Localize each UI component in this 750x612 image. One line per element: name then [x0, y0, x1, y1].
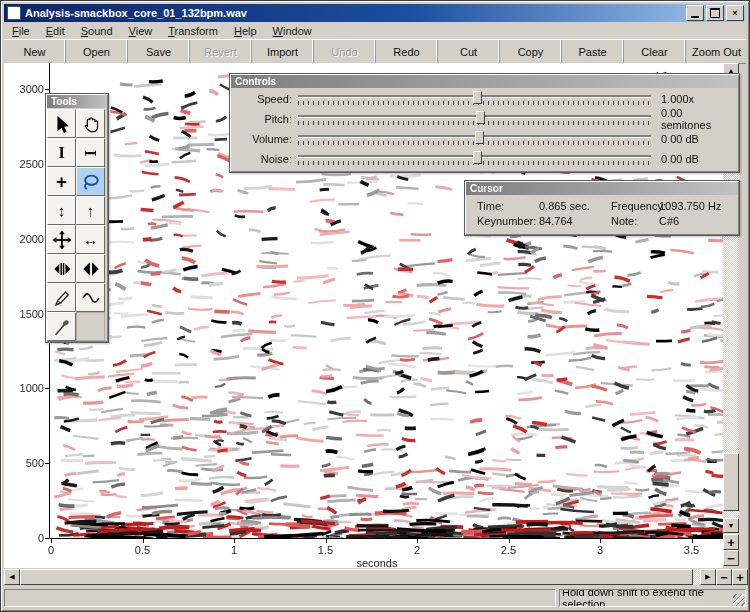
slider-row-noise: Noise:0.00 dB [234, 149, 735, 169]
slider-thumb[interactable] [475, 131, 484, 144]
move-tool[interactable] [47, 225, 76, 254]
toolbar: NewOpenSaveRevertImportUndoRedoCutCopyPa… [4, 39, 746, 64]
draw-tool-icon: + [56, 172, 67, 191]
minimize-button[interactable] [686, 5, 704, 21]
open-button[interactable]: Open [66, 40, 128, 63]
slider-thumb[interactable] [473, 151, 482, 164]
menu-sound[interactable]: Sound [73, 24, 121, 38]
cursor-palette: Cursor Time:0.865 sec.Frequency:1093.750… [464, 180, 740, 236]
slider-label: Volume: [234, 133, 298, 145]
slider-pitch[interactable] [298, 111, 651, 127]
scroll-left-button[interactable]: ◀ [4, 569, 20, 585]
slider-value: 0.00 dB [651, 153, 699, 165]
app-icon [7, 6, 21, 20]
cursor-field-label: Note: [611, 215, 659, 227]
copy-button[interactable]: Copy [500, 40, 562, 63]
app-window: Analysis-smackbox_core_01_132bpm.wav × F… [0, 0, 750, 612]
menu-edit[interactable]: Edit [38, 24, 73, 38]
x-tick-label: 0.5 [125, 544, 161, 556]
menu-help[interactable]: Help [226, 24, 265, 38]
close-button[interactable]: × [726, 5, 744, 21]
scroll-right-button[interactable]: ▶ [700, 569, 716, 585]
save-button[interactable]: Save [128, 40, 190, 63]
hand-tool[interactable] [76, 109, 105, 138]
slider-value: 0.00 dB [651, 133, 699, 145]
redo-button[interactable]: Redo [376, 40, 438, 63]
menu-transform[interactable]: Transform [160, 24, 226, 38]
slider-thumb[interactable] [476, 111, 485, 124]
move-icon [52, 230, 72, 250]
stretch-vertical-tool[interactable]: ↕ [47, 196, 76, 225]
scroll-down-button[interactable]: ▼ [723, 518, 739, 533]
slider-row-speed: Speed:1.000x [234, 89, 735, 109]
probe-tool[interactable] [47, 312, 76, 341]
controls-palette-title[interactable]: Controls [231, 75, 738, 88]
close-icon: × [732, 8, 737, 18]
horizontal-scroll-track[interactable] [20, 569, 700, 585]
vertical-zoom-out-button[interactable]: − [723, 550, 739, 566]
slider-label: Noise: [234, 153, 298, 165]
slider-track[interactable] [298, 115, 651, 118]
horizontal-scrollbar[interactable]: ◀ ▶ − + [4, 569, 748, 585]
slider-thumb[interactable] [473, 91, 482, 104]
horizontal-scroll-thumb[interactable] [20, 569, 693, 585]
menu-file[interactable]: File [4, 24, 38, 38]
slider-volume[interactable] [298, 131, 651, 147]
frequency-select-tool[interactable]: I [76, 138, 105, 167]
y-tick-label: 0 [6, 532, 44, 544]
paste-button[interactable]: Paste [562, 40, 624, 63]
slider-label: Pitch: [234, 113, 298, 125]
x-tick-label: 1.5 [308, 544, 344, 556]
status-panel-left [4, 589, 556, 607]
scroll-down-icon: ▼ [728, 522, 735, 529]
draw-tool[interactable]: + [47, 167, 76, 196]
slider-value: 0.00 semitones [651, 107, 735, 131]
lasso-tool[interactable] [76, 167, 105, 196]
title-bar[interactable]: Analysis-smackbox_core_01_132bpm.wav × [4, 4, 746, 22]
vertical-scroll-thumb[interactable] [723, 453, 739, 511]
new-button[interactable]: New [4, 40, 66, 63]
slider-speed[interactable] [298, 91, 651, 107]
cursor-field-value: 1093.750 Hz [659, 200, 743, 212]
time-select-tool[interactable]: I [47, 138, 76, 167]
y-tick-label: 3000 [6, 83, 44, 95]
vertical-zoom-in-button[interactable]: + [723, 534, 739, 550]
sine-icon [81, 288, 101, 308]
pencil-tool[interactable] [47, 283, 76, 312]
menu-view[interactable]: View [121, 24, 161, 38]
minus-icon: − [727, 551, 735, 566]
clear-button[interactable]: Clear [624, 40, 686, 63]
stretch-horizontal-tool[interactable]: ↔ [76, 225, 105, 254]
trih-icon [81, 259, 101, 279]
tools-palette-title[interactable]: Tools [47, 95, 107, 108]
frequency-select-tool-icon: I [82, 149, 98, 155]
status-panel-right: Hold down shift to extend the selection [559, 589, 746, 607]
wave-tool[interactable] [76, 283, 105, 312]
menu-window[interactable]: Window [265, 24, 320, 38]
pointer-tool[interactable] [47, 109, 76, 138]
window-title: Analysis-smackbox_core_01_132bpm.wav [25, 7, 684, 19]
cut-button[interactable]: Cut [438, 40, 500, 63]
slider-noise[interactable] [298, 151, 651, 167]
zoom-out-button[interactable]: Zoom Out [686, 40, 746, 63]
y-tick-label: 1000 [6, 382, 44, 394]
slider-row-volume: Volume:0.00 dB [234, 129, 735, 149]
time-reverse-tool[interactable] [76, 254, 105, 283]
y-tick-label: 2500 [6, 158, 44, 170]
time-shift-tool[interactable] [47, 254, 76, 283]
scroll-right-icon: ▶ [705, 573, 710, 581]
plus-icon: + [727, 535, 735, 550]
status-message: Hold down shift to extend the selection [562, 589, 743, 607]
horizontal-zoom-out-button[interactable]: − [716, 569, 732, 585]
transpose-tool[interactable]: ↑ [76, 196, 105, 225]
horizontal-zoom-in-button[interactable]: + [732, 569, 748, 585]
maximize-button[interactable] [706, 5, 724, 21]
cursor-palette-title[interactable]: Cursor [466, 182, 738, 195]
import-button[interactable]: Import [252, 40, 314, 63]
minimize-icon [691, 16, 699, 18]
slider-row-pitch: Pitch:0.00 semitones [234, 109, 735, 129]
cursor-readout: Time:0.865 sec.Frequency:1093.750 HzKeyn… [477, 200, 739, 227]
y-tick-label: 1500 [6, 308, 44, 320]
x-tick-label: 3 [582, 544, 618, 556]
resize-grip[interactable] [733, 594, 745, 606]
